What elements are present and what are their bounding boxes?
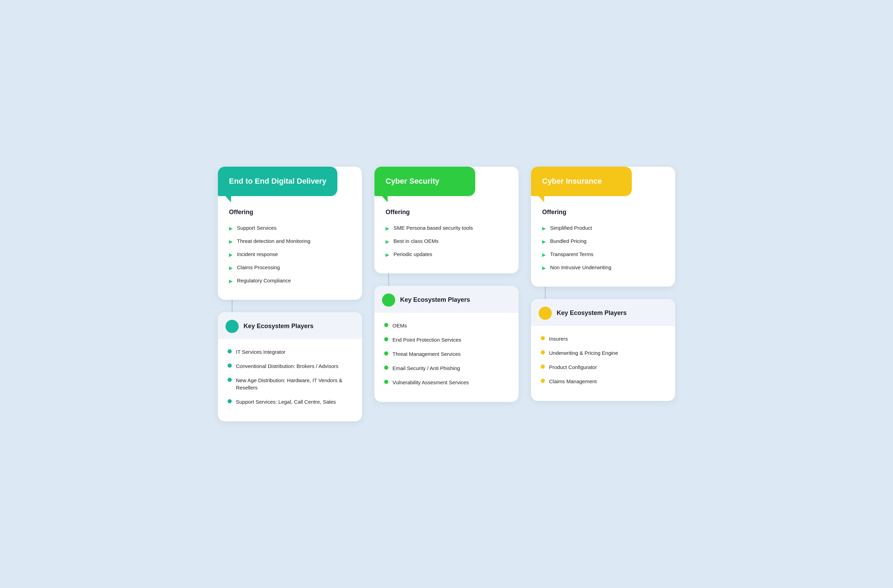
bubble-header-cyber-security: Cyber Security bbox=[374, 167, 475, 196]
ecosystem-header-cyber-insurance: Key Ecosystem Players bbox=[531, 299, 675, 326]
ecosystem-item: New Age Distribution: Hardware, IT Vendo… bbox=[228, 373, 352, 395]
bubble-title-cyber-insurance: Cyber Insurance bbox=[542, 176, 621, 186]
offering-item: ▶Regulatory Compliance bbox=[229, 274, 351, 287]
offering-item-text: Support Services bbox=[237, 225, 277, 231]
offering-item-text: Simplified Product bbox=[550, 225, 592, 231]
offering-item-text: Periodic updates bbox=[394, 251, 432, 257]
offering-title-digital-delivery: Offering bbox=[229, 209, 351, 216]
top-card-cyber-security: Cyber SecurityOffering▶SME Persona based… bbox=[374, 167, 519, 274]
offering-section-cyber-security: Offering▶SME Persona based security tool… bbox=[374, 197, 519, 264]
offering-title-cyber-security: Offering bbox=[386, 209, 507, 216]
ecosystem-bullet-dot bbox=[384, 365, 388, 370]
offering-item: ▶Best in class OEMs bbox=[386, 235, 507, 248]
offering-title-cyber-insurance: Offering bbox=[542, 209, 664, 216]
ecosystem-item: Vulnerability Assesment Services bbox=[384, 375, 509, 389]
ecosystem-item: IT Services Integrator bbox=[228, 345, 352, 359]
arrow-icon: ▶ bbox=[542, 265, 546, 271]
offering-item-text: Non Intrusive Underwriting bbox=[550, 265, 611, 270]
ecosystem-dot-cyber-security bbox=[382, 293, 395, 307]
ecosystem-list-cyber-insurance: InsurersUnderwriting & Pricing EnginePro… bbox=[531, 326, 675, 391]
ecosystem-item-text: Vulnerability Assesment Services bbox=[392, 379, 469, 386]
ecosystem-item: Claims Management bbox=[541, 374, 665, 388]
ecosystem-bullet-dot bbox=[541, 379, 545, 383]
ecosystem-title-digital-delivery: Key Ecosystem Players bbox=[244, 323, 313, 330]
ecosystem-bullet-dot bbox=[228, 364, 232, 368]
offering-item-text: Threat detection and Monitoring bbox=[237, 238, 310, 244]
arrow-icon: ▶ bbox=[386, 226, 389, 231]
arrow-icon: ▶ bbox=[386, 252, 389, 257]
ecosystem-bullet-dot bbox=[384, 337, 388, 341]
offering-item-text: SME Persona based security tools bbox=[394, 225, 473, 231]
offering-list-cyber-insurance: ▶Simplified Product▶Bundled Pricing▶Tran… bbox=[542, 221, 664, 274]
ecosystem-item: Underwriting & Pricing Engine bbox=[541, 346, 665, 360]
ecosystem-item: Threat Management Services bbox=[384, 347, 509, 361]
offering-section-digital-delivery: Offering▶Support Services▶Threat detecti… bbox=[218, 197, 362, 290]
bubble-title-cyber-security: Cyber Security bbox=[386, 176, 464, 186]
ecosystem-title-cyber-insurance: Key Ecosystem Players bbox=[557, 310, 627, 317]
ecosystem-item: End Point Protection Services bbox=[384, 332, 509, 347]
arrow-icon: ▶ bbox=[542, 226, 546, 231]
ecosystem-item-text: OEMs bbox=[392, 322, 407, 329]
ecosystem-bullet-dot bbox=[228, 377, 232, 382]
ecosystem-item: Product Configurator bbox=[541, 360, 665, 374]
offering-item: ▶SME Persona based security tools bbox=[386, 221, 507, 235]
ecosystem-item-text: Email Security / Anti Phishing bbox=[392, 364, 460, 372]
column-cyber-security: Cyber SecurityOffering▶SME Persona based… bbox=[374, 167, 519, 421]
bubble-header-digital-delivery: End to End Digital Delivery bbox=[218, 167, 337, 196]
arrow-icon: ▶ bbox=[229, 226, 233, 231]
arrow-icon: ▶ bbox=[386, 239, 389, 244]
top-card-digital-delivery: End to End Digital DeliveryOffering▶Supp… bbox=[218, 167, 362, 300]
bubble-title-digital-delivery: End to End Digital Delivery bbox=[229, 176, 326, 186]
ecosystem-item-text: Underwriting & Pricing Engine bbox=[549, 349, 618, 356]
offering-item-text: Claims Processing bbox=[237, 265, 280, 270]
connector-digital-delivery bbox=[218, 300, 362, 312]
ecosystem-item-text: Claims Management bbox=[549, 377, 597, 385]
arrow-icon: ▶ bbox=[229, 239, 233, 244]
ecosystem-bullet-dot bbox=[541, 364, 545, 368]
offering-item: ▶Claims Processing bbox=[229, 261, 351, 274]
offering-item: ▶Simplified Product bbox=[542, 221, 664, 235]
connector-line bbox=[388, 274, 389, 286]
offering-item: ▶Transparent Terms bbox=[542, 248, 664, 261]
ecosystem-bullet-dot bbox=[228, 349, 232, 353]
ecosystem-item: Support Services: Legal, Call Centre, Sa… bbox=[228, 395, 352, 409]
ecosystem-item-text: Product Configurator bbox=[549, 364, 597, 371]
connector-cyber-insurance bbox=[531, 287, 675, 299]
ecosystem-item-text: IT Services Integrator bbox=[236, 348, 286, 355]
main-container: End to End Digital DeliveryOffering▶Supp… bbox=[204, 149, 689, 439]
offering-item-text: Best in class OEMs bbox=[394, 238, 439, 244]
arrow-icon: ▶ bbox=[229, 278, 233, 284]
columns-grid: End to End Digital DeliveryOffering▶Supp… bbox=[218, 167, 675, 421]
ecosystem-bullet-dot bbox=[541, 350, 545, 355]
ecosystem-bullet-dot bbox=[384, 323, 388, 327]
offering-item-text: Regulatory Compliance bbox=[237, 278, 291, 283]
connector-line bbox=[545, 287, 546, 299]
offering-item-text: Incident response bbox=[237, 251, 278, 257]
ecosystem-bullet-dot bbox=[541, 336, 545, 340]
arrow-icon: ▶ bbox=[542, 252, 546, 257]
ecosystem-item-text: End Point Protection Services bbox=[392, 336, 461, 343]
ecosystem-item: Conventional Distribution: Brokers / Adv… bbox=[228, 359, 352, 373]
ecosystem-item: Insurers bbox=[541, 332, 665, 346]
ecosystem-item-text: Insurers bbox=[549, 335, 568, 342]
column-cyber-insurance: Cyber InsuranceOffering▶Simplified Produ… bbox=[531, 167, 675, 421]
bottom-card-cyber-security: Key Ecosystem PlayersOEMsEnd Point Prote… bbox=[374, 286, 519, 402]
connector-line bbox=[232, 300, 232, 312]
offering-item-text: Transparent Terms bbox=[550, 251, 593, 257]
ecosystem-bullet-dot bbox=[228, 399, 232, 403]
ecosystem-title-cyber-security: Key Ecosystem Players bbox=[400, 296, 470, 304]
ecosystem-dot-cyber-insurance bbox=[539, 307, 552, 320]
ecosystem-list-cyber-security: OEMsEnd Point Protection ServicesThreat … bbox=[374, 313, 519, 392]
ecosystem-item-text: Threat Management Services bbox=[392, 350, 461, 358]
ecosystem-bullet-dot bbox=[384, 351, 388, 355]
ecosystem-list-digital-delivery: IT Services IntegratorConventional Distr… bbox=[218, 339, 362, 412]
offering-item: ▶Bundled Pricing bbox=[542, 235, 664, 248]
ecosystem-item-text: New Age Distribution: Hardware, IT Vendo… bbox=[236, 377, 352, 391]
ecosystem-header-digital-delivery: Key Ecosystem Players bbox=[218, 312, 362, 339]
ecosystem-dot-digital-delivery bbox=[226, 320, 239, 333]
arrow-icon: ▶ bbox=[229, 265, 233, 271]
offering-item: ▶Support Services bbox=[229, 221, 351, 235]
offering-list-digital-delivery: ▶Support Services▶Threat detection and M… bbox=[229, 221, 351, 287]
offering-item: ▶Periodic updates bbox=[386, 248, 507, 261]
top-card-cyber-insurance: Cyber InsuranceOffering▶Simplified Produ… bbox=[531, 167, 675, 287]
